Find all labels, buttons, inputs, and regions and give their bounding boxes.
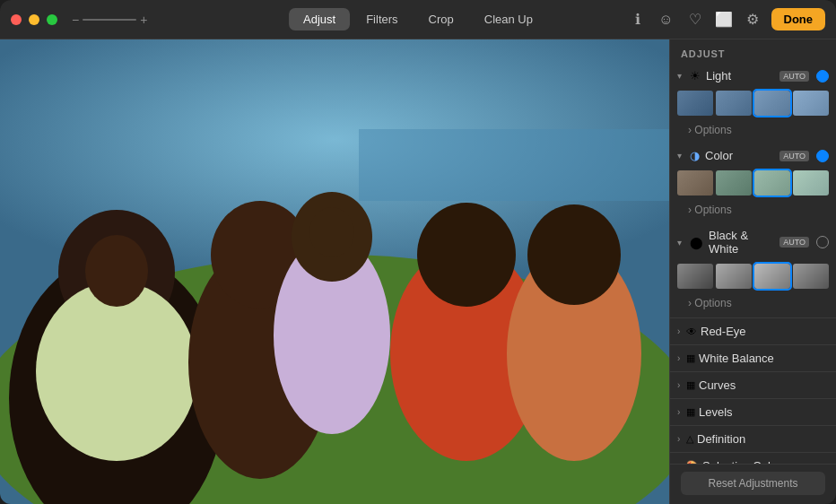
- bw-options-label: › Options: [688, 297, 732, 309]
- color-chevron-icon: ▾: [677, 151, 686, 161]
- svg-rect-16: [359, 129, 669, 201]
- light-thumb-1[interactable]: [677, 91, 713, 116]
- definition-icon: △: [686, 433, 693, 445]
- color-header[interactable]: ▾ ◑ Color AUTO: [670, 144, 836, 167]
- white-balance-label: White Balance: [699, 352, 829, 365]
- definition-chevron-icon: ›: [677, 434, 686, 444]
- light-chevron-icon: ▾: [677, 71, 686, 81]
- zoom-slider[interactable]: [83, 19, 136, 21]
- svg-point-5: [36, 282, 197, 461]
- color-thumb-3[interactable]: [754, 170, 790, 196]
- light-header[interactable]: ▾ ☀ Light AUTO: [670, 65, 836, 87]
- bw-options-row[interactable]: › Options: [670, 292, 836, 316]
- nav-buttons: Adjust Filters Crop Clean Up: [289, 8, 547, 30]
- titlebar-right: ℹ ☺ ♡ ⬜ ⚙ Done: [628, 8, 826, 30]
- selective-color-row[interactable]: › 🎨 Selective Color: [670, 452, 836, 464]
- panel-scroll: ▾ ☀ Light AUTO › Options: [670, 65, 836, 464]
- traffic-lights: [11, 14, 57, 25]
- done-button[interactable]: Done: [771, 8, 826, 30]
- more-icon[interactable]: ⚙: [743, 10, 762, 30]
- nav-filters-button[interactable]: Filters: [352, 8, 412, 30]
- nav-adjust-button[interactable]: Adjust: [289, 8, 350, 30]
- light-options-label: › Options: [688, 124, 732, 136]
- levels-row[interactable]: › ▦ Levels: [670, 398, 836, 425]
- color-thumb-2[interactable]: [716, 170, 752, 196]
- zoom-controls: − +: [72, 13, 147, 27]
- levels-label: Levels: [699, 405, 829, 419]
- red-eye-label: Red-Eye: [701, 325, 829, 338]
- color-section: ▾ ◑ Color AUTO › Options: [670, 144, 836, 222]
- bw-thumb-1[interactable]: [677, 264, 713, 289]
- nav-cleanup-button[interactable]: Clean Up: [470, 8, 547, 30]
- light-auto-badge[interactable]: AUTO: [779, 71, 809, 82]
- maximize-button[interactable]: [47, 14, 57, 25]
- svg-point-13: [527, 204, 621, 305]
- info-icon[interactable]: ℹ: [628, 10, 648, 30]
- light-sun-icon: ☀: [690, 69, 701, 83]
- curves-label: Curves: [699, 378, 829, 392]
- svg-point-11: [417, 203, 516, 307]
- color-icon: ◑: [690, 149, 700, 162]
- bw-thumb-4[interactable]: [793, 264, 829, 289]
- app-window: − + Adjust Filters Crop Clean Up ℹ ☺ ♡ ⬜…: [0, 0, 836, 504]
- bw-auto-badge[interactable]: AUTO: [779, 237, 809, 248]
- white-balance-icon: ▦: [686, 352, 695, 364]
- black-white-header[interactable]: ▾ ⬤ Black & White AUTO: [670, 224, 836, 260]
- bw-thumb-2[interactable]: [716, 264, 752, 289]
- reset-container: Reset Adjustments: [670, 464, 836, 504]
- close-button[interactable]: [11, 14, 22, 25]
- red-eye-icon: 👁: [686, 326, 697, 338]
- minimize-button[interactable]: [29, 14, 39, 25]
- color-thumb-1[interactable]: [677, 170, 713, 196]
- color-thumbnails: [670, 167, 836, 199]
- svg-point-15: [309, 207, 354, 257]
- panel-title: ADJUST: [670, 39, 836, 65]
- black-white-section: ▾ ⬤ Black & White AUTO › Options: [670, 224, 836, 316]
- light-thumb-4[interactable]: [793, 91, 829, 116]
- bw-thumb-3[interactable]: [754, 264, 790, 289]
- zoom-minus-icon[interactable]: −: [72, 13, 79, 27]
- curves-icon: ▦: [686, 379, 695, 391]
- white-balance-chevron-icon: ›: [677, 353, 686, 363]
- curves-row[interactable]: › ▦ Curves: [670, 371, 836, 398]
- light-label: Light: [706, 69, 776, 83]
- color-auto-badge[interactable]: AUTO: [779, 151, 809, 161]
- bw-toggle[interactable]: [816, 236, 829, 248]
- white-balance-row[interactable]: › ▦ White Balance: [670, 344, 836, 371]
- share-icon[interactable]: ⬜: [714, 10, 734, 30]
- curves-chevron-icon: ›: [677, 380, 686, 390]
- black-white-label: Black & White: [709, 229, 776, 256]
- definition-row[interactable]: › △ Definition: [670, 425, 836, 452]
- bw-chevron-icon: ▾: [677, 238, 686, 248]
- light-thumbnails: [670, 87, 836, 119]
- light-thumb-3[interactable]: [754, 91, 790, 116]
- light-section: ▾ ☀ Light AUTO › Options: [670, 65, 836, 143]
- color-thumb-4[interactable]: [793, 170, 829, 196]
- light-options-row[interactable]: › Options: [670, 119, 836, 143]
- zoom-plus-icon[interactable]: +: [140, 13, 147, 27]
- levels-chevron-icon: ›: [677, 407, 686, 417]
- titlebar: − + Adjust Filters Crop Clean Up ℹ ☺ ♡ ⬜…: [0, 0, 836, 39]
- color-toggle[interactable]: [816, 150, 829, 162]
- color-label: Color: [705, 149, 776, 162]
- light-thumb-2[interactable]: [716, 91, 752, 116]
- bw-thumbnails: [670, 260, 836, 292]
- bw-icon: ⬤: [690, 236, 703, 249]
- nav-crop-button[interactable]: Crop: [414, 8, 468, 30]
- heart-icon[interactable]: ♡: [685, 10, 705, 30]
- right-panel: ADJUST ▾ ☀ Light AUTO: [669, 39, 836, 504]
- light-toggle[interactable]: [816, 70, 829, 83]
- reset-adjustments-button[interactable]: Reset Adjustments: [681, 472, 825, 495]
- levels-icon: ▦: [686, 406, 695, 418]
- photo-svg: [0, 39, 669, 504]
- color-options-label: › Options: [688, 204, 732, 216]
- photo-canvas: [0, 39, 669, 504]
- photo-area: [0, 39, 669, 504]
- red-eye-row[interactable]: › 👁 Red-Eye: [670, 317, 836, 344]
- red-eye-chevron-icon: ›: [677, 326, 686, 336]
- color-options-row[interactable]: › Options: [670, 199, 836, 222]
- main-content: ADJUST ▾ ☀ Light AUTO: [0, 39, 836, 504]
- definition-label: Definition: [697, 432, 829, 446]
- svg-point-14: [85, 235, 148, 307]
- emoji-icon[interactable]: ☺: [657, 10, 676, 30]
